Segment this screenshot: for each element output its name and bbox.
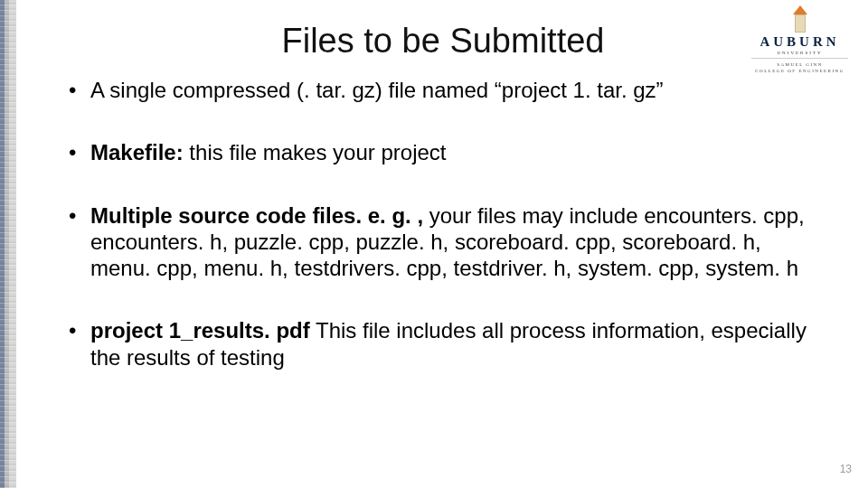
bullet-4-bold: project 1_results. pdf xyxy=(90,318,310,343)
bullet-2-bold: Makefile: xyxy=(90,140,184,164)
bullet-list: A single compressed (. tar. gz) file nam… xyxy=(54,77,832,371)
bullet-3-bold: Multiple source code files. e. g. , xyxy=(90,203,423,228)
bullet-2-rest: this file makes your project xyxy=(184,140,447,164)
bullet-4: project 1_results. pdf This file include… xyxy=(69,317,826,371)
slide-content: Files to be Submitted A single compresse… xyxy=(27,0,859,488)
bullet-1: A single compressed (. tar. gz) file nam… xyxy=(69,77,826,103)
bullet-3: Multiple source code files. e. g. , your… xyxy=(69,202,826,282)
bullet-1-text: A single compressed (. tar. gz) file nam… xyxy=(90,78,664,102)
bullet-2: Makefile: this file makes your project xyxy=(69,139,826,165)
page-number: 13 xyxy=(840,463,852,475)
left-decorative-stripe xyxy=(0,0,16,488)
slide-title: Files to be Submitted xyxy=(54,22,832,61)
